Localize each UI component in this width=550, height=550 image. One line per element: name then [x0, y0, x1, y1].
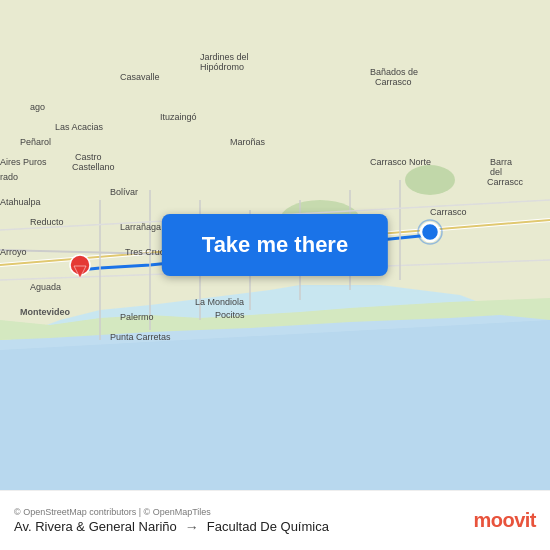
svg-text:Hipódromo: Hipódromo [200, 62, 244, 72]
svg-text:Peñarol: Peñarol [20, 137, 51, 147]
svg-text:Las Acacias: Las Acacias [55, 122, 104, 132]
svg-text:Aguada: Aguada [30, 282, 61, 292]
svg-text:ago: ago [30, 102, 45, 112]
svg-text:Larrañaga: Larrañaga [120, 222, 161, 232]
svg-text:Castellano: Castellano [72, 162, 115, 172]
destination-label: Facultad De Química [207, 519, 329, 534]
svg-text:Punta Carretas: Punta Carretas [110, 332, 171, 342]
footer-bar: © OpenStreetMap contributors | © OpenMap… [0, 490, 550, 550]
svg-text:Carrasco: Carrasco [375, 77, 412, 87]
svg-text:Palermo: Palermo [120, 312, 154, 322]
svg-text:del: del [490, 167, 502, 177]
moovit-logo: moovit [473, 509, 536, 532]
svg-point-7 [405, 165, 455, 195]
footer-left: © OpenStreetMap contributors | © OpenMap… [14, 507, 329, 535]
svg-point-55 [421, 223, 439, 241]
take-me-there-button[interactable]: Take me there [162, 214, 388, 276]
svg-text:Montevideo: Montevideo [20, 307, 71, 317]
map-attribution: © OpenStreetMap contributors | © OpenMap… [14, 507, 329, 517]
origin-label: Av. Rivera & General Nariño [14, 519, 177, 534]
svg-text:Bañados de: Bañados de [370, 67, 418, 77]
svg-text:Barra: Barra [490, 157, 512, 167]
arrow-icon: → [185, 519, 199, 535]
svg-text:La Mondiola: La Mondiola [195, 297, 244, 307]
svg-text:Reducto: Reducto [30, 217, 64, 227]
svg-text:Bolívar: Bolívar [110, 187, 138, 197]
svg-text:Arroyo: Arroyo [0, 247, 27, 257]
map-container: Peñarol Casavalle Jardines del Hipódromo… [0, 0, 550, 490]
svg-text:Atahualpa: Atahualpa [0, 197, 41, 207]
svg-text:Carrasco Norte: Carrasco Norte [370, 157, 431, 167]
svg-text:rado: rado [0, 172, 18, 182]
svg-text:Pocitos: Pocitos [215, 310, 245, 320]
route-info: Av. Rivera & General Nariño → Facultad D… [14, 519, 329, 535]
svg-text:Casavalle: Casavalle [120, 72, 160, 82]
svg-text:Jardines del: Jardines del [200, 52, 249, 62]
svg-text:Castro: Castro [75, 152, 102, 162]
svg-text:Carrascc: Carrascc [487, 177, 524, 187]
svg-text:Maroñas: Maroñas [230, 137, 266, 147]
svg-text:Aires Puros: Aires Puros [0, 157, 47, 167]
moovit-logo-text: moovit [473, 509, 536, 532]
svg-text:Carrasco: Carrasco [430, 207, 467, 217]
svg-marker-4 [0, 320, 550, 490]
svg-text:Ituzaingó: Ituzaingó [160, 112, 197, 122]
